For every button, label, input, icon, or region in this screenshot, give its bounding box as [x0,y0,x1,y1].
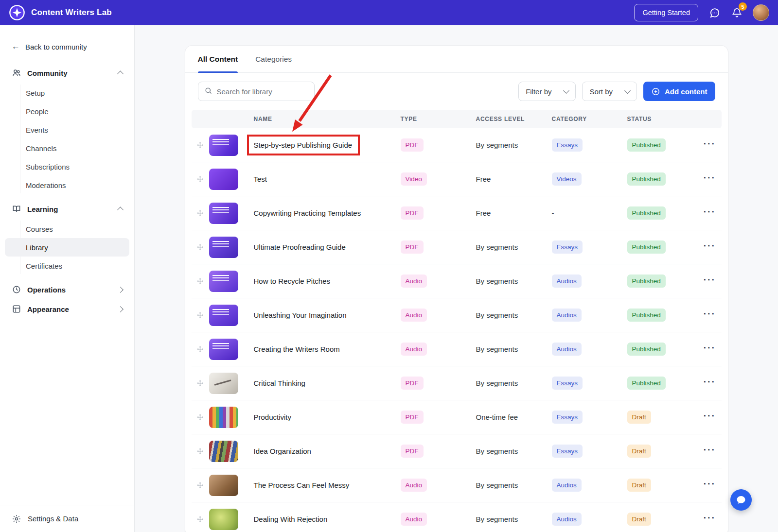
row-menu-button[interactable]: ⋯ [697,415,722,419]
row-menu-button[interactable]: ⋯ [697,347,722,351]
notifications-button[interactable]: 5 [730,6,743,19]
row-menu-button[interactable]: ⋯ [697,313,722,317]
content-name[interactable]: Test [254,175,267,183]
column-header-category: CATEGORY [544,116,619,122]
tab-categories[interactable]: Categories [255,46,292,72]
back-to-community-link[interactable]: ← Back to community [0,39,134,63]
getting-started-button[interactable]: Getting Started [634,4,698,21]
row-menu-button[interactable]: ⋯ [697,483,722,487]
chat-bubble-icon [735,494,747,506]
status-badge: Draft [627,411,651,424]
search-input[interactable] [217,87,308,96]
sidebar-item-courses[interactable]: Courses [0,220,134,238]
drag-handle-icon[interactable] [192,481,209,489]
drag-handle-icon[interactable] [192,345,209,353]
content-name[interactable]: Copywriting Practicing Templates [254,209,361,217]
sidebar-section-appearance[interactable]: Appearance [0,299,134,319]
drag-handle-icon[interactable] [192,515,209,523]
drag-handle-icon[interactable] [192,413,209,421]
content-thumbnail [209,203,238,224]
content-thumbnail [209,305,238,326]
add-content-button[interactable]: Add content [643,82,715,101]
drag-handle-icon[interactable] [192,311,209,319]
category-badge: Audios [552,309,582,322]
content-name[interactable]: How to Recycle Pitches [254,277,331,285]
content-name[interactable]: Ultimate Proofreading Guide [254,243,346,251]
settings-and-data-link[interactable]: Settings & Data [0,505,134,532]
sidebar-section-operations[interactable]: Operations [0,280,134,299]
drag-handle-icon[interactable] [192,277,209,285]
sort-by-dropdown[interactable]: Sort by [582,82,637,101]
table-row: Ultimate Proofreading Guide PDF By segme… [192,230,722,264]
content-thumbnail [209,271,238,292]
access-level: By segments [468,311,544,319]
app-title: Content Writers Lab [31,8,112,17]
drag-handle-icon[interactable] [192,447,209,455]
row-menu-button[interactable]: ⋯ [697,279,722,283]
table-row: The Process Can Feel Messy Audio By segm… [192,468,722,502]
tab-all-content[interactable]: All Content [198,46,238,72]
table-row: Creating the Writers Room Audio By segme… [192,332,722,366]
sidebar-section-community[interactable]: Community [0,63,134,83]
sidebar-item-setup[interactable]: Setup [0,84,134,102]
search-icon [204,86,212,97]
top-bar: Content Writers Lab Getting Started 5 [0,0,778,25]
access-level: By segments [468,515,544,523]
access-level: Free [468,209,544,217]
status-badge: Published [627,309,666,322]
content-name[interactable]: Creating the Writers Room [254,345,340,353]
access-level: By segments [468,243,544,251]
category-badge: Audios [552,275,582,288]
drag-handle-icon[interactable] [192,243,209,251]
type-badge: PDF [401,138,424,152]
status-badge: Published [627,206,666,220]
content-name[interactable]: Critical Thinking [254,379,305,387]
row-menu-button[interactable]: ⋯ [697,381,722,385]
type-badge: PDF [401,411,424,424]
content-name[interactable]: Step-by-step Publishing Guide [247,135,360,155]
sidebar-item-people[interactable]: People [0,102,134,120]
content-name[interactable]: Dealing With Rejection [254,515,328,523]
content-name[interactable]: The Process Can Feel Messy [254,481,350,489]
sidebar-nav: ← Back to community Community Setup Peop… [0,25,134,505]
appearance-icon [12,304,21,314]
row-menu-button[interactable]: ⋯ [697,143,722,147]
filter-by-dropdown[interactable]: Filter by [518,82,576,101]
content-name[interactable]: Productivity [254,413,292,421]
sidebar-item-subscriptions[interactable]: Subscriptions [0,157,134,176]
notification-count-badge: 5 [739,2,747,11]
sidebar-section-learning[interactable]: Learning [0,199,134,219]
status-badge: Published [627,275,666,288]
content-name[interactable]: Unleashing Your Imagination [254,311,347,319]
messages-button[interactable] [708,6,721,19]
chevron-right-icon [117,306,124,312]
drag-handle-icon[interactable] [192,175,209,183]
row-menu-button[interactable]: ⋯ [697,177,722,181]
chevron-up-icon [117,70,124,77]
tabs: All Content Categories [185,46,728,73]
drag-handle-icon[interactable] [192,209,209,217]
content-thumbnail [209,509,238,530]
sort-by-label: Sort by [589,87,613,96]
sidebar: ← Back to community Community Setup Peop… [0,25,135,532]
sidebar-item-channels[interactable]: Channels [0,139,134,157]
sidebar-item-certificates[interactable]: Certificates [0,257,134,275]
sidebar-item-library[interactable]: Library [5,238,129,257]
chat-widget-button[interactable] [730,489,752,511]
category-badge: - [552,209,554,217]
status-badge: Draft [627,445,651,458]
type-badge: Audio [401,309,427,322]
row-menu-button[interactable]: ⋯ [697,449,722,453]
row-menu-button[interactable]: ⋯ [697,245,722,249]
access-level: Free [468,175,544,183]
row-menu-button[interactable]: ⋯ [697,517,722,521]
user-avatar[interactable] [753,4,769,21]
sidebar-item-events[interactable]: Events [0,120,134,139]
content-thumbnail [209,475,238,496]
sidebar-item-moderations[interactable]: Moderations [0,176,134,194]
content-name[interactable]: Idea Organization [254,447,311,455]
row-menu-button[interactable]: ⋯ [697,211,722,215]
drag-handle-icon[interactable] [192,141,209,149]
table-row: Test Video Free Videos Published ⋯ [192,162,722,196]
drag-handle-icon[interactable] [192,379,209,387]
